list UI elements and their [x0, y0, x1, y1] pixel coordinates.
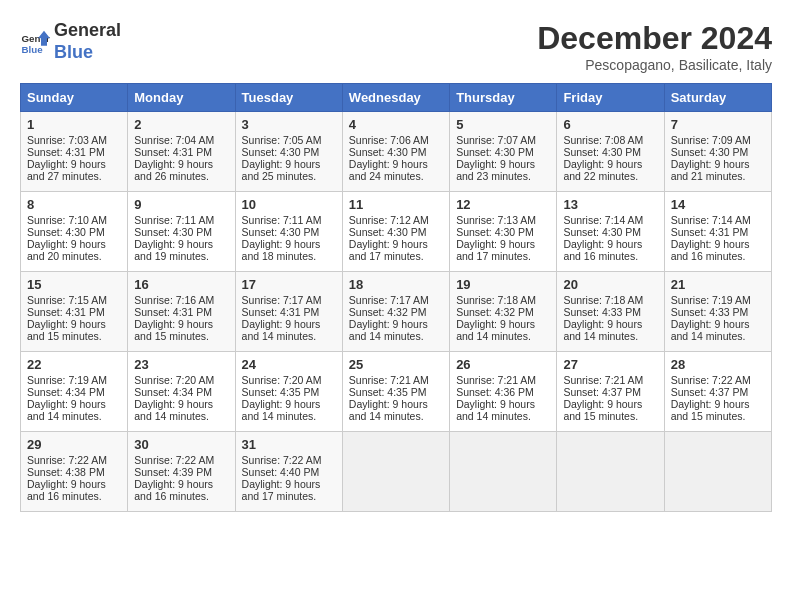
- calendar-cell: 7Sunrise: 7:09 AMSunset: 4:30 PMDaylight…: [664, 112, 771, 192]
- calendar-cell: 2Sunrise: 7:04 AMSunset: 4:31 PMDaylight…: [128, 112, 235, 192]
- day-info: Sunrise: 7:11 AM: [242, 214, 336, 226]
- day-info: Sunset: 4:31 PM: [242, 306, 336, 318]
- day-info: Sunrise: 7:19 AM: [27, 374, 121, 386]
- day-info: Sunrise: 7:15 AM: [27, 294, 121, 306]
- calendar-cell: 9Sunrise: 7:11 AMSunset: 4:30 PMDaylight…: [128, 192, 235, 272]
- day-info: Sunset: 4:31 PM: [27, 306, 121, 318]
- day-info: Sunrise: 7:17 AM: [242, 294, 336, 306]
- weekday-header-thursday: Thursday: [450, 84, 557, 112]
- day-info: and 15 minutes.: [671, 410, 765, 422]
- day-number: 30: [134, 437, 228, 452]
- day-number: 29: [27, 437, 121, 452]
- day-info: Sunset: 4:33 PM: [671, 306, 765, 318]
- day-info: and 14 minutes.: [242, 330, 336, 342]
- day-info: and 16 minutes.: [563, 250, 657, 262]
- day-info: and 21 minutes.: [671, 170, 765, 182]
- day-number: 28: [671, 357, 765, 372]
- day-number: 31: [242, 437, 336, 452]
- day-info: and 14 minutes.: [349, 410, 443, 422]
- day-number: 19: [456, 277, 550, 292]
- day-info: and 26 minutes.: [134, 170, 228, 182]
- calendar-week-4: 29Sunrise: 7:22 AMSunset: 4:38 PMDayligh…: [21, 432, 772, 512]
- svg-text:Blue: Blue: [22, 43, 44, 54]
- calendar-cell: 31Sunrise: 7:22 AMSunset: 4:40 PMDayligh…: [235, 432, 342, 512]
- logo-text: General Blue: [54, 20, 121, 63]
- day-number: 11: [349, 197, 443, 212]
- calendar-cell: 21Sunrise: 7:19 AMSunset: 4:33 PMDayligh…: [664, 272, 771, 352]
- day-number: 6: [563, 117, 657, 132]
- day-info: and 14 minutes.: [456, 410, 550, 422]
- weekday-header-friday: Friday: [557, 84, 664, 112]
- day-info: and 27 minutes.: [27, 170, 121, 182]
- day-info: Sunset: 4:30 PM: [242, 226, 336, 238]
- month-title: December 2024: [537, 20, 772, 57]
- day-info: Sunrise: 7:09 AM: [671, 134, 765, 146]
- day-info: Sunrise: 7:07 AM: [456, 134, 550, 146]
- calendar-cell: [664, 432, 771, 512]
- day-info: Sunset: 4:35 PM: [349, 386, 443, 398]
- calendar-cell: 5Sunrise: 7:07 AMSunset: 4:30 PMDaylight…: [450, 112, 557, 192]
- day-number: 20: [563, 277, 657, 292]
- day-info: Daylight: 9 hours: [27, 238, 121, 250]
- day-info: Daylight: 9 hours: [563, 398, 657, 410]
- day-info: and 15 minutes.: [134, 330, 228, 342]
- day-info: Sunrise: 7:12 AM: [349, 214, 443, 226]
- calendar-week-3: 22Sunrise: 7:19 AMSunset: 4:34 PMDayligh…: [21, 352, 772, 432]
- day-info: and 20 minutes.: [27, 250, 121, 262]
- day-info: Sunrise: 7:14 AM: [563, 214, 657, 226]
- day-info: Sunset: 4:30 PM: [456, 226, 550, 238]
- day-info: and 23 minutes.: [456, 170, 550, 182]
- day-info: and 18 minutes.: [242, 250, 336, 262]
- day-info: and 22 minutes.: [563, 170, 657, 182]
- day-info: and 14 minutes.: [134, 410, 228, 422]
- day-info: Daylight: 9 hours: [671, 238, 765, 250]
- day-number: 10: [242, 197, 336, 212]
- day-info: Sunrise: 7:20 AM: [134, 374, 228, 386]
- calendar-table: SundayMondayTuesdayWednesdayThursdayFrid…: [20, 83, 772, 512]
- calendar-cell: 28Sunrise: 7:22 AMSunset: 4:37 PMDayligh…: [664, 352, 771, 432]
- calendar-cell: 12Sunrise: 7:13 AMSunset: 4:30 PMDayligh…: [450, 192, 557, 272]
- day-number: 16: [134, 277, 228, 292]
- logo-icon: General Blue: [20, 27, 50, 57]
- day-number: 14: [671, 197, 765, 212]
- day-info: Sunset: 4:30 PM: [134, 226, 228, 238]
- day-info: and 17 minutes.: [349, 250, 443, 262]
- weekday-header-sunday: Sunday: [21, 84, 128, 112]
- day-number: 3: [242, 117, 336, 132]
- calendar-cell: 23Sunrise: 7:20 AMSunset: 4:34 PMDayligh…: [128, 352, 235, 432]
- day-info: Sunset: 4:31 PM: [134, 306, 228, 318]
- day-info: Sunrise: 7:21 AM: [349, 374, 443, 386]
- calendar-cell: 17Sunrise: 7:17 AMSunset: 4:31 PMDayligh…: [235, 272, 342, 352]
- calendar-cell: 26Sunrise: 7:21 AMSunset: 4:36 PMDayligh…: [450, 352, 557, 432]
- calendar-cell: [450, 432, 557, 512]
- calendar-cell: 27Sunrise: 7:21 AMSunset: 4:37 PMDayligh…: [557, 352, 664, 432]
- logo-line2: Blue: [54, 42, 121, 64]
- day-info: Daylight: 9 hours: [349, 238, 443, 250]
- day-info: Sunset: 4:33 PM: [563, 306, 657, 318]
- calendar-cell: 25Sunrise: 7:21 AMSunset: 4:35 PMDayligh…: [342, 352, 449, 432]
- day-info: Sunrise: 7:18 AM: [563, 294, 657, 306]
- title-block: December 2024 Pescopagano, Basilicate, I…: [537, 20, 772, 73]
- day-info: Sunset: 4:34 PM: [27, 386, 121, 398]
- day-info: and 15 minutes.: [563, 410, 657, 422]
- calendar-cell: 14Sunrise: 7:14 AMSunset: 4:31 PMDayligh…: [664, 192, 771, 272]
- day-number: 8: [27, 197, 121, 212]
- day-info: Sunrise: 7:22 AM: [134, 454, 228, 466]
- day-info: Sunset: 4:39 PM: [134, 466, 228, 478]
- day-info: Daylight: 9 hours: [242, 318, 336, 330]
- day-info: and 17 minutes.: [456, 250, 550, 262]
- day-number: 24: [242, 357, 336, 372]
- day-info: Sunset: 4:37 PM: [563, 386, 657, 398]
- day-info: Sunrise: 7:19 AM: [671, 294, 765, 306]
- day-info: and 24 minutes.: [349, 170, 443, 182]
- day-info: Daylight: 9 hours: [27, 158, 121, 170]
- day-info: Sunset: 4:37 PM: [671, 386, 765, 398]
- day-info: and 19 minutes.: [134, 250, 228, 262]
- calendar-cell: 16Sunrise: 7:16 AMSunset: 4:31 PMDayligh…: [128, 272, 235, 352]
- day-number: 12: [456, 197, 550, 212]
- day-info: Daylight: 9 hours: [27, 478, 121, 490]
- day-info: Sunrise: 7:16 AM: [134, 294, 228, 306]
- day-info: and 16 minutes.: [27, 490, 121, 502]
- day-info: Sunrise: 7:03 AM: [27, 134, 121, 146]
- day-info: Daylight: 9 hours: [671, 158, 765, 170]
